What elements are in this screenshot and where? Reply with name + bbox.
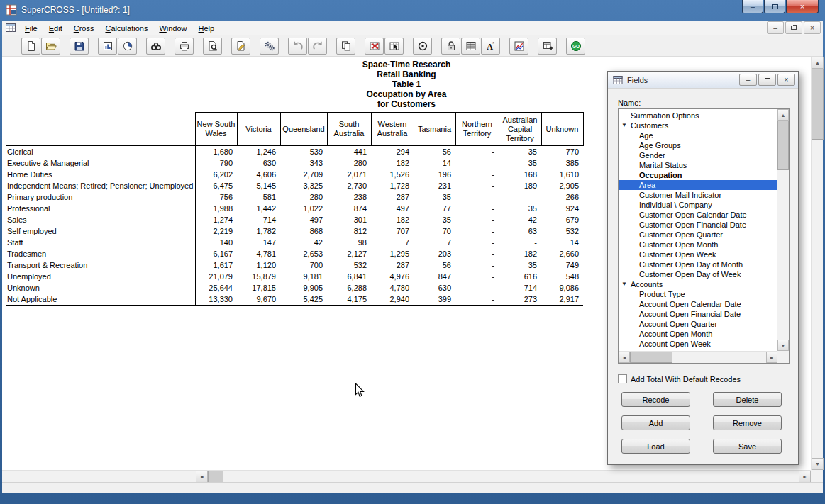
data-cell[interactable]: 343 [280, 157, 327, 169]
select-table-button[interactable] [384, 38, 404, 55]
data-cell[interactable]: 2,730 [327, 180, 371, 191]
data-cell[interactable]: 294 [371, 146, 414, 158]
view-chart-button[interactable] [118, 38, 137, 55]
field-list-item[interactable]: Account Open Quarter [619, 319, 777, 329]
data-cell[interactable]: 616 [499, 271, 541, 282]
row-label[interactable]: Clerical [6, 146, 195, 158]
list-vertical-scrollbar[interactable]: ▲ ▼ [777, 109, 789, 351]
data-cell[interactable]: 98 [327, 237, 371, 248]
field-list-item[interactable]: Age Groups [619, 140, 777, 150]
field-list-item[interactable]: Account Open Month [619, 329, 777, 339]
graph-button[interactable] [509, 38, 528, 55]
horizontal-scrollbar[interactable]: ◄ ► [2, 470, 811, 482]
data-cell[interactable]: 9,905 [280, 282, 327, 293]
data-cell[interactable]: 182 [499, 248, 541, 259]
data-cell[interactable]: 280 [327, 157, 371, 169]
data-cell[interactable]: 1,988 [195, 203, 237, 214]
close-button[interactable]: × [786, 0, 819, 13]
field-list-item[interactable]: Occupation [619, 170, 777, 180]
data-cell[interactable]: 182 [371, 214, 414, 225]
row-label[interactable]: Tradesmen [6, 248, 195, 259]
add-total-checkbox[interactable] [618, 374, 627, 383]
data-cell[interactable]: 70 [414, 225, 455, 237]
delete-table-button[interactable] [365, 38, 384, 55]
data-cell[interactable]: 1,617 [195, 259, 237, 271]
field-list-item[interactable]: Account Open Calendar Date [619, 299, 777, 309]
dialog-close-button[interactable]: × [777, 74, 795, 86]
data-cell[interactable]: 4,976 [371, 271, 414, 282]
delete-button[interactable]: Delete [713, 392, 782, 407]
field-list-item[interactable]: Gender [619, 150, 777, 160]
data-cell[interactable]: 749 [541, 259, 583, 271]
data-cell[interactable]: 266 [541, 191, 583, 203]
data-cell[interactable]: 35 [499, 259, 541, 271]
data-cell[interactable]: - [455, 203, 499, 214]
vertical-scroll-thumb[interactable] [812, 69, 824, 140]
data-cell[interactable]: - [455, 180, 499, 191]
list-horizontal-scrollbar[interactable]: ◄ ► [619, 351, 777, 363]
data-cell[interactable]: 14 [541, 237, 583, 248]
data-cell[interactable]: 1,610 [541, 169, 583, 180]
view-table-button[interactable] [98, 38, 117, 55]
data-cell[interactable]: 1,295 [371, 248, 414, 259]
field-list-item[interactable]: Customer Open Calendar Date [619, 210, 777, 220]
data-cell[interactable]: 581 [237, 191, 280, 203]
add-button[interactable]: Add [621, 415, 690, 430]
field-list-item[interactable]: Customer Open Quarter [619, 230, 777, 240]
row-label[interactable]: Unknown [6, 282, 195, 293]
data-cell[interactable]: 874 [327, 203, 371, 214]
field-list-item[interactable]: Marital Status [619, 160, 777, 170]
dialog-minimize-button[interactable]: – [739, 74, 757, 86]
data-cell[interactable]: 679 [541, 214, 583, 225]
column-header[interactable]: Victoria [237, 113, 280, 146]
data-cell[interactable]: 790 [195, 157, 237, 169]
field-list-item[interactable]: Account Open Financial Date [619, 309, 777, 319]
data-cell[interactable]: - [455, 259, 499, 271]
field-list-item[interactable]: Product Type [619, 289, 777, 299]
data-cell[interactable]: 168 [499, 169, 541, 180]
data-cell[interactable]: 756 [195, 191, 237, 203]
field-layout-button[interactable] [461, 38, 480, 55]
row-label[interactable]: Executive & Managerial [6, 157, 195, 169]
data-cell[interactable]: 1,022 [280, 203, 327, 214]
field-list-item[interactable]: Account Open Week [619, 339, 777, 349]
tree-expand-icon[interactable]: ▼ [621, 279, 627, 289]
data-cell[interactable]: 14 [414, 157, 455, 169]
menu-help[interactable]: Help [193, 22, 221, 35]
data-cell[interactable]: 385 [541, 157, 583, 169]
column-header[interactable]: Unknown [541, 113, 583, 146]
data-cell[interactable]: 189 [499, 180, 541, 191]
scroll-left-button[interactable]: ◄ [196, 471, 208, 483]
data-cell[interactable]: 2,940 [371, 293, 414, 306]
data-cell[interactable]: 5,145 [237, 180, 280, 191]
menu-cross[interactable]: Cross [68, 22, 100, 35]
data-cell[interactable]: 35 [414, 191, 455, 203]
column-header[interactable]: Queensland [280, 113, 327, 146]
lock-button[interactable] [441, 38, 460, 55]
row-label[interactable]: Professional [6, 203, 195, 214]
data-cell[interactable]: 63 [499, 225, 541, 237]
remove-button[interactable]: Remove [713, 415, 782, 430]
new-document-button[interactable] [21, 38, 40, 55]
list-horizontal-scroll-thumb[interactable] [630, 352, 672, 363]
field-list-item[interactable]: ▼Customers [619, 121, 777, 130]
data-cell[interactable]: 532 [327, 259, 371, 271]
data-cell[interactable]: 700 [280, 259, 327, 271]
data-cell[interactable]: 714 [499, 282, 541, 293]
data-cell[interactable]: 2,127 [327, 248, 371, 259]
data-cell[interactable]: 35 [414, 214, 455, 225]
data-cell[interactable]: 714 [237, 214, 280, 225]
redo-button[interactable] [308, 38, 327, 55]
data-cell[interactable]: 532 [541, 225, 583, 237]
data-cell[interactable]: 140 [195, 237, 237, 248]
field-list-item[interactable]: Customer Open Week [619, 250, 777, 259]
data-cell[interactable]: 539 [280, 146, 327, 158]
data-cell[interactable]: 497 [280, 214, 327, 225]
data-cell[interactable]: 196 [414, 169, 455, 180]
data-cell[interactable]: 17,815 [237, 282, 280, 293]
data-cell[interactable]: 42 [499, 214, 541, 225]
field-list-item[interactable]: Customer Open Day of Week [619, 269, 777, 279]
vertical-scrollbar[interactable]: ▲ ▼ [811, 57, 823, 470]
data-cell[interactable]: 280 [280, 191, 327, 203]
data-cell[interactable]: 6,841 [327, 271, 371, 282]
